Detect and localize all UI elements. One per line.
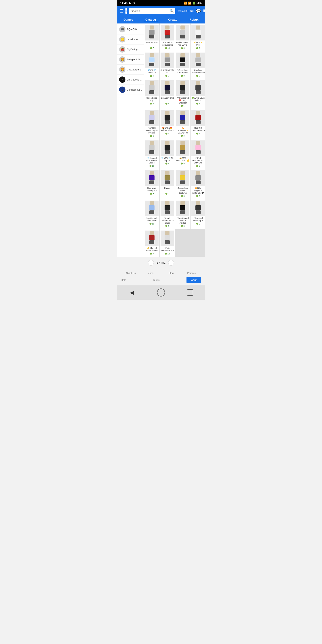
char-head-7: [180, 53, 185, 57]
catalog-item-1[interactable]: Beacon Shirt🟢7: [144, 24, 160, 51]
item-name-15: 🔥ORIGINAL⚡ GALACTIC: [176, 127, 190, 134]
catalog-item-28[interactable]: Obsessed White top w🟢6: [190, 199, 204, 229]
char-head-30: [165, 231, 170, 235]
menu-catalog[interactable]: Catalog: [144, 18, 158, 22]
catalog-item-8[interactable]: Rainbow Adidas Hoodie🟢5: [190, 51, 204, 79]
sidebar-item-bartsimpo[interactable]: 😄 bartsimpo...: [118, 34, 144, 44]
item-thumbnail-23: [176, 170, 190, 186]
char-legs-16: [196, 120, 200, 124]
hamburger-menu[interactable]: ☰: [120, 8, 124, 14]
char-figure-19: [177, 141, 188, 156]
catalog-item-19[interactable]: 💰80% DISCOUNT💰🟢9: [175, 139, 190, 169]
item-price-7: 🟢8: [181, 75, 184, 77]
char-torso-1: [149, 30, 154, 35]
catalog-item-27[interactable]: Black Ripped Jeans & Adidas🟢5: [175, 199, 190, 229]
char-torso-19: [180, 145, 185, 150]
chat-icon[interactable]: 💬: [196, 8, 201, 14]
char-torso-22: [164, 175, 170, 180]
menu-robux[interactable]: Robux: [188, 18, 200, 22]
catalog-item-25[interactable]: Blue Mermaid Glam Swim🟢10: [144, 199, 160, 229]
catalog-item-30[interactable]: White Sunflower Top🟢10: [160, 229, 175, 257]
item-name-28: Obsessed White top w: [192, 217, 204, 222]
sidebar-item-bolliger[interactable]: 🍔 Bolliger & M...: [118, 54, 144, 64]
footer-jobs[interactable]: Jobs: [141, 272, 161, 274]
footer-links: About Us Jobs Blog Parents: [118, 269, 204, 276]
catalog-item-5[interactable]: 💎ICE💎 Frozen Off-🟢6: [144, 51, 160, 79]
item-name-9: Striped crop top: [145, 97, 158, 102]
sidebar: 🎮 AQ/AQW 😄 bartsimpo... 👹 BigDaddys 🍔 Bo…: [118, 24, 144, 257]
search-box[interactable]: 🔍: [129, 8, 175, 14]
catalog-item-22[interactable]: Khakis🟢7: [160, 169, 175, 199]
catalog-item-6[interactable]: SUPREMEWhite🟢9: [160, 51, 175, 79]
robux-icon[interactable]: ®: [202, 9, 204, 14]
chat-button[interactable]: Chat: [186, 277, 201, 283]
prev-page-button[interactable]: ‹: [148, 260, 154, 266]
sidebar-avatar-connecticut: 🛡: [119, 86, 126, 93]
catalog-item-7[interactable]: Official Black Fire Hoodie🟢8: [175, 51, 190, 79]
char-figure-12: [192, 81, 204, 96]
char-legs-27: [180, 210, 185, 214]
item-thumbnail-26: [160, 200, 174, 216]
char-figure-10: [162, 81, 173, 96]
catalog-item-21[interactable]: Rainway's Galaxy Suit🟢9: [144, 169, 160, 199]
catalog-item-14[interactable]: 😍SALE😍 Adidas Shorts🟢6: [160, 109, 175, 139]
footer-help[interactable]: Help: [121, 278, 126, 281]
catalog-item-18[interactable]: 💎NEW💎CK Top W/🟢8: [160, 139, 175, 169]
catalog-item-11[interactable]: 🏁Checkered❤️ Rosy Shoulder🟢5: [175, 79, 190, 109]
char-torso-21: [149, 175, 154, 180]
item-name-2: Off shoulder red supreme: [160, 41, 174, 46]
item-price-6: 🟢9: [165, 75, 169, 77]
sidebar-item-chezburgers[interactable]: 🍔 Chezburgers: [118, 64, 144, 75]
catalog-item-26[interactable]: TanqR Uniform Pants Black🟢6: [160, 199, 175, 229]
catalog-item-2[interactable]: Off shoulder red supreme🟢10: [160, 24, 175, 51]
item-thumbnail-4: [192, 25, 204, 40]
char-legs-21: [149, 180, 154, 184]
item-price-20: 🟢8: [196, 165, 200, 167]
footer-terms[interactable]: Terms: [153, 278, 160, 281]
price-value-14: 6: [168, 132, 169, 134]
next-page-button[interactable]: ›: [168, 260, 174, 266]
item-price-11: 🟢5: [181, 105, 184, 107]
sidebar-item-clanlegend[interactable]: ⚔ clan:legend ...: [118, 75, 144, 85]
status-left: 11:45 ▶ ⊙: [120, 1, 135, 5]
catalog-item-13[interactable]: Rainbow pastel crop w/ overalls🟢5: [144, 109, 160, 139]
footer-blog[interactable]: Blog: [162, 272, 181, 274]
robux-price-icon-26: 🟢: [165, 225, 168, 227]
item-price-17: 🟢10: [149, 165, 154, 167]
item-name-19: 💰80% DISCOUNT💰: [176, 157, 190, 162]
catalog-item-4[interactable]: ⚡NEW⚡ Milk🟢6: [190, 24, 204, 51]
item-thumbnail-21: [145, 170, 158, 186]
catalog-item-20[interactable]: ♡ Pink aesthetic Top With Grid🟢8: [190, 139, 204, 169]
char-legs-24: [196, 180, 200, 184]
catalog-item-3[interactable]: Plaid Cropped Top White🟢8: [175, 24, 190, 51]
catalog-item-16[interactable]: RED XD CAMO PANTS🟢8: [190, 109, 204, 139]
menu-create[interactable]: Create: [166, 18, 179, 22]
price-value-12: 8: [199, 102, 200, 105]
char-head-27: [180, 201, 185, 205]
catalog-item-29[interactable]: 🔑 Flannel Jeans Adidas🟢7: [144, 229, 160, 257]
catalog-item-9[interactable]: Striped crop top🟢5: [144, 79, 160, 109]
catalog-item-12[interactable]: 💚White Louis Vuitton🟢8: [190, 79, 204, 109]
item-price-5: 🟢6: [150, 75, 154, 77]
back-button[interactable]: ◀: [128, 288, 136, 297]
char-head-24: [196, 171, 200, 175]
sidebar-label-bolliger: Bolliger & M...: [127, 58, 142, 61]
sidebar-item-bigdaddys[interactable]: 👹 BigDaddys: [118, 44, 144, 54]
price-value-16: 8: [199, 132, 200, 134]
sidebar-avatar-chezburgers: 🍔: [119, 66, 126, 73]
char-head-2: [165, 26, 170, 30]
robux-price-icon-14: 🟢: [165, 132, 168, 134]
footer-parents[interactable]: Parents: [182, 272, 201, 274]
home-button[interactable]: [156, 288, 166, 297]
footer-about[interactable]: About Us: [121, 272, 140, 274]
sidebar-item-aqaqw[interactable]: 🎮 AQ/AQW: [118, 24, 144, 34]
catalog-item-10[interactable]: Donation Shirt🟢8: [160, 79, 175, 109]
catalog-item-24[interactable]: 👑Nike leggins w white tube🖤🟢6: [190, 169, 204, 199]
catalog-item-17[interactable]: 💎Hooded Tank w/ Distr. Jeans🟢10: [144, 139, 160, 169]
catalog-item-23[interactable]: Spongebob Meme Costume🟢5: [175, 169, 190, 199]
search-input[interactable]: [131, 10, 168, 13]
menu-games[interactable]: Games: [122, 18, 135, 22]
recents-button[interactable]: [186, 288, 194, 297]
catalog-item-15[interactable]: 🔥ORIGINAL⚡ GALACTIC🟢9: [175, 109, 190, 139]
sidebar-item-connecticut[interactable]: 🛡 Connecticut...: [118, 85, 144, 95]
